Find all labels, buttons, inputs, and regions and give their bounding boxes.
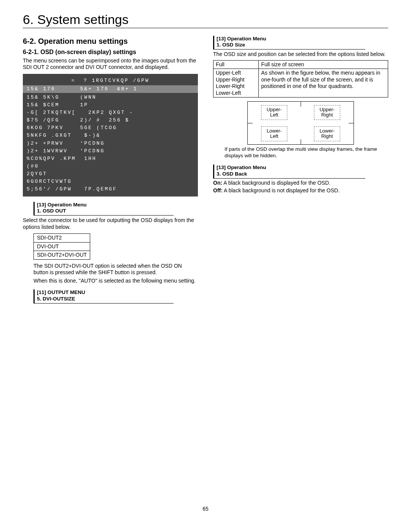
quadrant-label: Lower- Left [261,126,288,141]
quadrant-label: Lower- Right [314,126,341,141]
menu-line: 15& 5K\G (WNN [27,94,97,100]
quadrant-label: Upper- Left [261,105,288,120]
menu-line: -G[ 2TKQTKV[ 2KP2 QXGT - [27,110,134,115]
off-desc: A black background is not displayed for … [224,187,339,193]
size-cell-desc: As shown in the figure below, the menu a… [259,69,388,97]
osd-back-on: On: A black background is displayed for … [213,180,388,187]
note-text: The SDI OUT2+DVI-OUT option is selected … [33,263,198,276]
size-cell-desc: Full size of screen [259,60,388,69]
quadrant-upper-right: Upper- Right [301,102,354,123]
tick-mark [247,123,253,123]
off-label: Off: [213,187,223,193]
pos-label: Upper-Left [216,70,256,77]
tick-mark [301,101,301,107]
quadrant-figure: Upper- Left Upper- Right Lower- Left Low… [247,101,354,145]
osd-size-table: Full Full size of screen Upper-Left Uppe… [213,60,388,98]
tick-mark [301,139,301,145]
menu-line: )2+ +PRWV 'PCDNG [27,141,105,146]
menu-highlighted-row: 15& 176 5&+ 176 &8+ 1 [23,85,198,93]
osd-out-desc: Select the connector to be used for outp… [23,217,198,230]
menu-line: $75 /QFG 2)/ # 256 $ [27,117,129,123]
menu-line: (#0 [27,163,39,169]
quadrant-lower-right: Lower- Right [301,123,354,144]
menu-line: 6KOG 7PKV 5GE (TCOG [27,125,117,131]
note-text: When this is done, "AUTO" is selected as… [33,278,198,284]
right-column: [13] Operation Menu 1. OSD Size The OSD … [213,34,388,305]
subsection-title: 6-2-1. OSD (on-screen display) settings [23,48,198,56]
ref-line: [13] Operation Menu [217,36,365,42]
quadrant-lower-left: Lower- Left [248,123,301,144]
osd-menu-screenshot: = ? 1RGTCVKQP /GPW15& 176 5&+ 176 &8+ 11… [23,74,198,197]
menu-line: 5;56'/ /GPW 7P.QEMGF [27,186,117,192]
ref-line: [13] Operation Menu [37,202,174,208]
ref-line: 3. OSD Back [217,171,365,177]
left-column: 6-2. Operation menu settings 6-2-1. OSD … [23,34,198,305]
pos-label: Upper-Right [216,77,256,83]
table-row: SDI-OUT2+DVI-OUT [34,251,90,260]
tick-mark [349,123,354,123]
menu-ref-osd-size: [13] Operation Menu 1. OSD Size [213,36,365,50]
on-desc: A black background is displayed for the … [223,180,330,186]
ref-line: [13] Operation Menu [217,165,365,171]
chapter-title: 6. System settings [23,11,388,28]
size-cell-labels: Upper-Left Upper-Right Lower-Right Lower… [213,69,259,97]
size-cell-label: Full [213,60,259,69]
ref-line: 5. DVI-OUTSIZE [37,296,174,302]
osd-size-intro: The OSD size and position can be selecte… [213,51,388,58]
osd-back-off: Off: A black background is not displayed… [213,187,388,194]
ref-line: 1. OSD OUT [37,208,174,214]
two-column-layout: 6-2. Operation menu settings 6-2-1. OSD … [23,34,388,305]
menu-line: %CO%QPV .KPM 1HH [27,156,97,161]
menu-header: = ? 1RGTCVKQP /GPW [27,77,194,85]
pos-label: Lower-Right [216,83,256,90]
on-label: On: [213,180,222,186]
intro-paragraph: The menu screens can be superimposed ont… [23,58,198,71]
menu-ref-osd-out: [13] Operation Menu 1. OSD OUT [33,202,174,216]
page-number: 65 [202,506,209,513]
osd-out-options-table: SDI-OUT2 DVI-OUT SDI-OUT2+DVI-OUT [33,233,90,260]
menu-ref-dvi-outsize: [11] OUTPUT MENU 5. DVI-OUTSIZE [33,289,174,304]
section-title: 6-2. Operation menu settings [23,37,198,46]
quadrant-note: If parts of the OSD overlap the multi vi… [225,146,388,159]
quadrant-label: Upper- Right [314,105,341,120]
menu-line: 2QYGT [27,171,47,177]
table-row: DVI-OUT [34,242,90,251]
quadrant-upper-left: Upper- Left [248,102,301,123]
menu-ref-osd-back: [13] Operation Menu 3. OSD Back [213,165,365,179]
table-row: SDI-OUT2 [34,234,90,243]
menu-line: 6GORCTCVWTG [27,179,72,184]
osd-out-note: The SDI OUT2+DVI-OUT option is selected … [33,263,198,284]
ref-line: [11] OUTPUT MENU [37,289,174,296]
menu-line: 5NKFG .GXGT $-)& [27,133,100,138]
pos-label: Lower-Left [216,90,256,97]
menu-line: 15& $CEM 1P [27,102,88,108]
ref-line: 1. OSD Size [217,42,365,48]
menu-line: )2+ 1WVRWV 'PCDNG [27,148,105,154]
